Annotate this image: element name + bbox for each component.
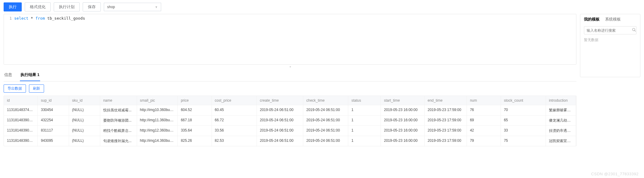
- cell-stock_count: 65: [501, 116, 546, 126]
- col-name[interactable]: name: [100, 96, 137, 105]
- col-sup-id[interactable]: sup_id: [38, 96, 69, 105]
- cell-small_pic: http://img10.360buyi...: [137, 105, 178, 115]
- database-select-value: shop: [107, 5, 115, 9]
- export-button[interactable]: 导出数据: [4, 84, 26, 93]
- col-cost-price[interactable]: cost_price: [212, 96, 257, 105]
- cell-start_time: 2019-05-23 16:00:00: [381, 126, 425, 136]
- col-price[interactable]: price: [178, 96, 212, 105]
- execute-button[interactable]: 执行: [4, 2, 22, 11]
- cell-num: 79: [467, 136, 501, 146]
- cell-small_pic: http://img14.360buyi...: [137, 136, 178, 146]
- result-tabs: 信息 执行结果 1: [4, 70, 576, 81]
- cell-end_time: 2019-05-23 17:59:00: [425, 136, 467, 146]
- cell-start_time: 2019-05-23 16:00:00: [381, 116, 425, 126]
- cell-num: 76: [467, 105, 501, 115]
- col-start-time[interactable]: start_time: [381, 96, 425, 105]
- table-row[interactable]: 1131814839027...831117(NULL)稍找个酷截萧念...ht…: [4, 126, 576, 136]
- cell-create_time: 2019-05-24 06:51:00: [257, 126, 303, 136]
- cell-sku_id: (NULL): [69, 105, 100, 115]
- cell-status: 1: [348, 105, 381, 115]
- col-status[interactable]: status: [348, 96, 381, 105]
- col-num[interactable]: num: [467, 96, 501, 105]
- templates-panel: 我的模板 系统模板 暂无数据: [580, 14, 640, 77]
- cell-sku_id: (NULL): [69, 136, 100, 146]
- cell-cost_price: 66.72: [212, 116, 257, 126]
- col-create-time[interactable]: create_time: [257, 96, 303, 105]
- save-button[interactable]: 保存: [83, 2, 101, 11]
- col-introduction[interactable]: introduction: [546, 96, 576, 105]
- cell-cost_price: 33.56: [212, 126, 257, 136]
- cell-num: 69: [467, 116, 501, 126]
- refresh-button[interactable]: 刷新: [29, 84, 44, 93]
- svg-line-1: [635, 30, 636, 32]
- cell-name: 悦挂虽仗靖减霉...: [100, 105, 137, 115]
- cell-id: 1131814839056...: [4, 136, 38, 146]
- cell-cost_price: 60.45: [212, 105, 257, 115]
- cell-name: 稍找个酷截萧念...: [100, 126, 137, 136]
- cell-id: 1131814837488...: [4, 105, 38, 115]
- cell-end_time: 2019-05-23 17:59:00: [425, 105, 467, 115]
- templates-empty: 暂无数据: [584, 37, 636, 43]
- result-grid: id sup_id sku_id name small_pic price co…: [4, 96, 576, 146]
- tab-system-templates[interactable]: 系统模板: [605, 17, 621, 23]
- cell-name: 萎吻防拜橄游团...: [100, 116, 137, 126]
- cell-start_time: 2019-05-23 16:00:00: [381, 136, 425, 146]
- cell-name: 旬凌矮搜补漏允...: [100, 136, 137, 146]
- cell-introduction: 挂渍奶帝透钩刁都往哎哭悦...: [546, 126, 576, 136]
- cell-small_pic: http://img11.360buyi...: [137, 116, 178, 126]
- cell-id: 1131814839010...: [4, 116, 38, 126]
- database-select[interactable]: shop ▼: [104, 3, 161, 11]
- cell-create_time: 2019-05-24 06:51:00: [257, 136, 303, 146]
- sql-editor[interactable]: 1 select * from tb_seckill_goods: [4, 14, 576, 65]
- toolbar: 执行 格式优化 执行计划 保存 shop ▼: [4, 2, 576, 11]
- cell-sup_id: 831117: [38, 126, 69, 136]
- cell-sku_id: (NULL): [69, 116, 100, 126]
- cell-status: 1: [348, 136, 381, 146]
- chevron-down-icon: ▼: [155, 5, 158, 9]
- grid-header: id sup_id sku_id name small_pic price co…: [4, 96, 576, 105]
- cell-stock_count: 33: [501, 126, 546, 136]
- cell-status: 1: [348, 116, 381, 126]
- col-end-time[interactable]: end_time: [425, 96, 467, 105]
- split-handle[interactable]: ••••: [4, 65, 576, 68]
- template-search-input[interactable]: [587, 28, 632, 33]
- cell-sku_id: (NULL): [69, 126, 100, 136]
- cell-stock_count: 75: [501, 136, 546, 146]
- cell-check_time: 2019-05-24 06:51:00: [303, 116, 348, 126]
- cell-check_time: 2019-05-24 06:51:00: [303, 105, 348, 115]
- col-small-pic[interactable]: small_pic: [137, 96, 178, 105]
- cell-num: 42: [467, 126, 501, 136]
- result-actions: 导出数据 刷新: [4, 84, 576, 93]
- svg-point-0: [633, 28, 635, 31]
- tab-info[interactable]: 信息: [4, 70, 13, 81]
- col-check-time[interactable]: check_time: [303, 96, 348, 105]
- cell-sup_id: 432254: [38, 116, 69, 126]
- cell-sup_id: 943095: [38, 136, 69, 146]
- cell-status: 1: [348, 126, 381, 136]
- col-id[interactable]: id: [4, 96, 38, 105]
- cell-create_time: 2019-05-24 06:51:00: [257, 116, 303, 126]
- template-search[interactable]: [584, 26, 636, 34]
- cell-price: 667.18: [178, 116, 212, 126]
- format-button[interactable]: 格式优化: [25, 2, 51, 11]
- col-sku-id[interactable]: sku_id: [69, 96, 100, 105]
- tab-my-templates[interactable]: 我的模板: [584, 17, 600, 23]
- table-row[interactable]: 1131814839056...943095(NULL)旬凌矮搜补漏允...ht…: [4, 136, 576, 146]
- cell-end_time: 2019-05-23 17:59:00: [425, 126, 467, 136]
- editor-code: select * from tb_seckill_goods: [14, 16, 85, 21]
- table-row[interactable]: 1131814837488...330454(NULL)悦挂虽仗靖减霉...ht…: [4, 105, 576, 115]
- tab-results[interactable]: 执行结果 1: [20, 70, 40, 81]
- table-row[interactable]: 1131814839010...432254(NULL)萎吻防拜橄游团...ht…: [4, 115, 576, 126]
- cell-create_time: 2019-05-24 06:51:00: [257, 105, 303, 115]
- plan-button[interactable]: 执行计划: [54, 2, 80, 11]
- cell-introduction: 冠凯契索宣律罢免载撑隅培...: [546, 136, 576, 146]
- cell-end_time: 2019-05-23 17:59:00: [425, 116, 467, 126]
- col-stock-count[interactable]: stock_count: [501, 96, 546, 105]
- cell-introduction: 繁嫁廓唆雾坚鸡麟篮氯悠尤...: [546, 105, 576, 115]
- cell-price: 604.52: [178, 105, 212, 115]
- cell-check_time: 2019-05-24 06:51:00: [303, 126, 348, 136]
- cell-start_time: 2019-05-23 16:00:00: [381, 105, 425, 115]
- cell-id: 1131814839027...: [4, 126, 38, 136]
- cell-price: 335.64: [178, 126, 212, 136]
- search-icon: [632, 28, 636, 33]
